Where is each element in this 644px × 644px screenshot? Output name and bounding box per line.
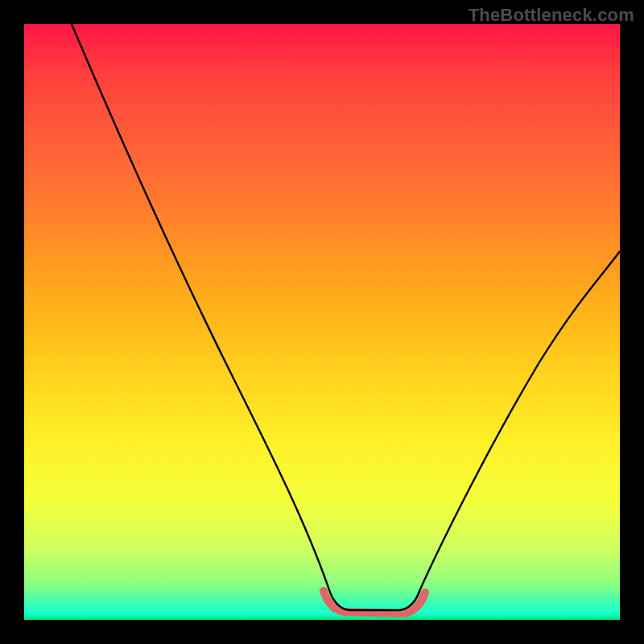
curve-right-arm <box>420 251 620 589</box>
chart-frame: TheBottleneck.com <box>0 0 644 644</box>
bottleneck-curve-svg <box>24 24 620 620</box>
curve-trough <box>328 588 420 610</box>
chart-plot-area <box>24 24 620 620</box>
watermark-text: TheBottleneck.com <box>469 5 634 26</box>
curve-left-arm <box>72 24 328 588</box>
